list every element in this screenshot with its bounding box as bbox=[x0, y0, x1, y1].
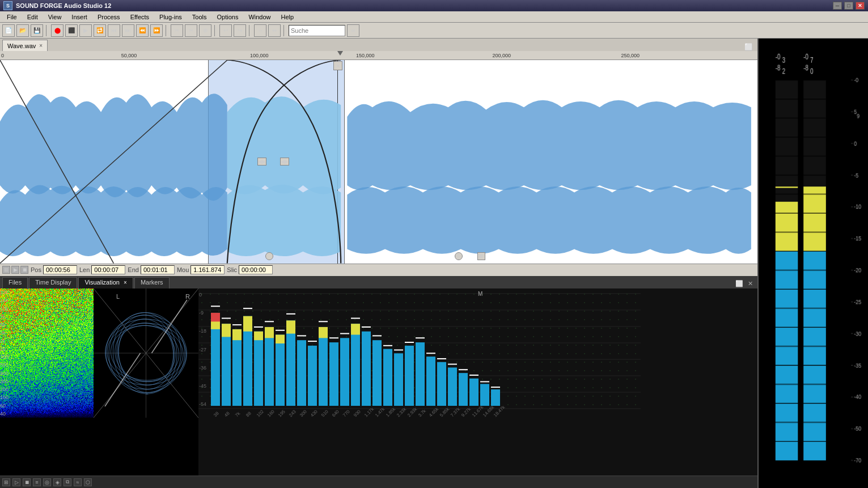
status-mou: Mou 1.161.874 bbox=[177, 265, 225, 274]
toolbar-trim-button[interactable]: ✂ bbox=[171, 24, 183, 37]
split-handle-right[interactable]: ◀▶ bbox=[280, 158, 289, 166]
main-content: Wave.wav × ⬜ 0 50,000 100,000 150,000 20… bbox=[0, 39, 868, 488]
menu-process[interactable]: Process bbox=[93, 12, 125, 22]
restore-button[interactable]: □ bbox=[844, 2, 853, 10]
toolbar-trim2-button[interactable]: ✂ bbox=[185, 24, 197, 37]
lissajous-label-r: R bbox=[185, 293, 190, 300]
ruler-mark-150k: 150,000 bbox=[356, 53, 375, 58]
toolbar-separator-5 bbox=[283, 25, 286, 36]
menu-help[interactable]: Help bbox=[277, 12, 299, 22]
lissajous-canvas bbox=[94, 288, 198, 418]
bottom-icon-5[interactable]: ◎ bbox=[43, 478, 51, 486]
toolbar-separator-4 bbox=[249, 25, 251, 36]
tab-visualization[interactable]: Visualization × bbox=[78, 277, 133, 288]
maximize-icon[interactable]: ⬜ bbox=[744, 43, 753, 51]
file-tab-name: Wave.wav bbox=[7, 43, 36, 49]
tab-files[interactable]: Files bbox=[2, 277, 28, 288]
file-tab[interactable]: Wave.wav × bbox=[2, 40, 48, 51]
menu-view[interactable]: View bbox=[44, 12, 66, 22]
toolbar-play-button[interactable]: ▶ bbox=[79, 24, 92, 37]
bottom-icon-8[interactable]: ≈ bbox=[74, 478, 82, 486]
toolbar-open-button[interactable]: 📂 bbox=[16, 24, 29, 37]
toolbar-go-start-button[interactable]: ⏪ bbox=[136, 24, 149, 37]
bottom-icon-1[interactable]: ⊞ bbox=[2, 478, 10, 486]
lissajous-label-l: L bbox=[116, 293, 120, 300]
title-bar: S SOUND FORGE Audio Studio 12 ─ □ ✕ bbox=[0, 0, 868, 11]
visualization-tab-close[interactable]: × bbox=[124, 279, 127, 286]
menu-options[interactable]: Options bbox=[213, 12, 243, 22]
ruler-mark-200k: 200,000 bbox=[492, 53, 511, 58]
bottom-icon-2[interactable]: ▷ bbox=[12, 478, 20, 486]
status-len: Len 00:00:07 bbox=[79, 265, 125, 274]
menu-window[interactable]: Window bbox=[244, 12, 275, 22]
playhead-marker[interactable] bbox=[337, 51, 343, 56]
bottom-icon-6[interactable]: ◈ bbox=[53, 478, 61, 486]
toolbar-fast-forward-button[interactable]: ⏭ bbox=[122, 24, 134, 37]
len-label: Len bbox=[79, 266, 90, 273]
bottom-icon-3[interactable]: ⏹ bbox=[23, 478, 31, 486]
menu-insert[interactable]: Insert bbox=[67, 12, 92, 22]
tab-time-display[interactable]: Time Display bbox=[29, 277, 77, 288]
spectrum-panel: M bbox=[198, 288, 757, 476]
toolbar-loop-on-button[interactable]: ↔ bbox=[254, 24, 266, 37]
toolbar-redo-button[interactable]: ↪ bbox=[234, 24, 246, 37]
status-icon-1[interactable]: ⊞ bbox=[2, 266, 10, 274]
end-value: 00:01:01 bbox=[141, 265, 175, 274]
toolbar-separator-1 bbox=[46, 25, 48, 36]
panel-close-icon[interactable]: ✕ bbox=[746, 279, 755, 288]
toolbar-normalize-button[interactable]: ⊕ bbox=[199, 24, 211, 37]
channel-icon-right-label: ⊙ bbox=[456, 253, 460, 258]
waveform-canvas[interactable]: ✕ ◀▶ ◀▶ bbox=[0, 60, 757, 264]
split-handle-left[interactable]: ◀▶ bbox=[257, 158, 266, 166]
toolbar-chain-button[interactable]: ∞ bbox=[347, 24, 359, 37]
menu-file[interactable]: File bbox=[2, 12, 22, 22]
toolbar-new-button[interactable]: 📄 bbox=[2, 24, 15, 37]
channel-icon-left[interactable] bbox=[265, 252, 273, 260]
title-bar-right: ─ □ ✕ bbox=[833, 2, 865, 10]
spectrum-canvas bbox=[198, 291, 641, 420]
toolbar-rewind-button[interactable]: ⏮ bbox=[108, 24, 120, 37]
bottom-icon-9[interactable]: ⬡ bbox=[84, 478, 92, 486]
toolbar-record-button[interactable]: ⬤ bbox=[51, 24, 63, 37]
minimize-button[interactable]: ─ bbox=[833, 2, 842, 10]
pos-value: 00:00:56 bbox=[43, 265, 77, 274]
end-label: End bbox=[128, 266, 139, 273]
tab-markers[interactable]: Markers bbox=[134, 277, 170, 288]
bottom-icon-7[interactable]: ⧉ bbox=[63, 478, 71, 486]
menu-edit[interactable]: Edit bbox=[23, 12, 43, 22]
lissajous-panel: L R bbox=[94, 288, 198, 476]
bottom-icon-bar: ⊞ ▷ ⏹ ≡ ◎ ◈ ⧉ ≈ ⬡ bbox=[0, 476, 757, 488]
status-icon-3[interactable]: ⏹ bbox=[20, 266, 28, 274]
close-button[interactable]: ✕ bbox=[856, 2, 865, 10]
toolbar-save-button[interactable]: 💾 bbox=[31, 24, 43, 37]
bottom-icon-4[interactable]: ≡ bbox=[33, 478, 41, 486]
panel-tabs: Files Time Display Visualization × Marke… bbox=[0, 276, 757, 288]
slic-label: Slic bbox=[227, 266, 237, 273]
panel-content: L R M bbox=[0, 288, 757, 476]
panel-maximize-icon[interactable]: ⬜ bbox=[733, 279, 746, 288]
waveform-container[interactable]: 0 50,000 100,000 150,000 200,000 250,000… bbox=[0, 51, 757, 264]
mou-value: 1.161.874 bbox=[190, 265, 225, 274]
toolbar-undo-button[interactable]: ↩ bbox=[219, 24, 232, 37]
toolbar-go-end-button[interactable]: ⏩ bbox=[150, 24, 163, 37]
toolbar-loop-off-button[interactable]: ⇔ bbox=[268, 24, 281, 37]
app-title: SOUND FORGE Audio Studio 12 bbox=[16, 2, 111, 9]
ruler-mark-250k: 250,000 bbox=[621, 53, 640, 58]
ruler-mark-100k: 100,000 bbox=[250, 53, 269, 58]
menu-tools[interactable]: Tools bbox=[188, 12, 211, 22]
menu-effects[interactable]: Effects bbox=[126, 12, 154, 22]
selection-overlay[interactable] bbox=[208, 60, 344, 264]
channel-icon-right2[interactable]: ▦ bbox=[477, 252, 485, 260]
file-tab-close-button[interactable]: × bbox=[39, 43, 43, 49]
toolbar-play-loop-button[interactable]: 🔁 bbox=[94, 24, 106, 37]
search-input[interactable] bbox=[289, 25, 345, 36]
channel-icon-right[interactable]: ⊙ bbox=[455, 252, 463, 260]
status-icon-2[interactable]: ▶ bbox=[11, 266, 19, 274]
toolbar-stop-button[interactable]: ⬛ bbox=[65, 24, 78, 37]
toolbar-separator-2 bbox=[166, 25, 168, 36]
ruler-mark-0: 0 bbox=[1, 53, 4, 58]
title-bar-left: S SOUND FORGE Audio Studio 12 bbox=[3, 1, 111, 10]
toolbar: 📄 📂 💾 ⬤ ⬛ ▶ 🔁 ⏮ ⏭ ⏪ ⏩ ✂ ✂ ⊕ ↩ ↪ ↔ ⇔ ∞ bbox=[0, 23, 868, 39]
selection-close-button[interactable]: ✕ bbox=[333, 61, 342, 70]
menu-plugins[interactable]: Plug-ins bbox=[155, 12, 187, 22]
